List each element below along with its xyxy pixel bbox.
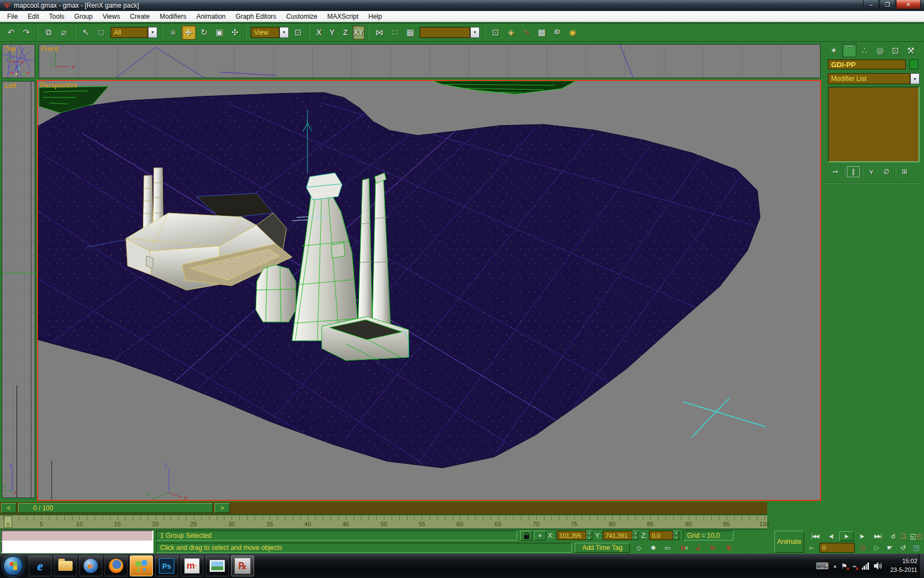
modifier-list-dropdown[interactable]: Modifier List ▼: [828, 73, 920, 84]
taskbar-media-player-icon[interactable]: ▶: [79, 555, 102, 576]
snap-3d-icon[interactable]: Ω3: [678, 543, 690, 553]
menu-animation[interactable]: Animation: [191, 12, 230, 21]
key-mode-icon[interactable]: ⟜: [806, 543, 817, 553]
select-link-icon[interactable]: ⧉: [41, 25, 56, 40]
unlink-icon[interactable]: ⧄: [57, 25, 71, 40]
time-configuration-icon[interactable]: ◷: [857, 543, 868, 553]
use-center-icon[interactable]: ⊡: [291, 25, 305, 40]
undo-icon[interactable]: ↶: [4, 25, 18, 40]
x-spinner[interactable]: ▲▼: [586, 531, 592, 540]
next-frame-button[interactable]: >: [215, 503, 230, 513]
menu-modifiers[interactable]: Modifiers: [155, 12, 191, 21]
select-by-name-icon[interactable]: ≡: [166, 25, 180, 40]
object-color-swatch[interactable]: [909, 59, 919, 69]
viewport-front[interactable]: Front Z V ✗: [38, 44, 821, 78]
taskbar-firefox-icon[interactable]: [105, 555, 128, 576]
volume-icon[interactable]: [874, 562, 883, 570]
zoom-icon[interactable]: ☌: [888, 531, 899, 541]
restore-button[interactable]: ❐: [879, 0, 895, 9]
taskbar-messenger-icon[interactable]: [130, 555, 153, 576]
tab-hierarchy-icon[interactable]: ∴: [857, 43, 872, 57]
action-center-icon[interactable]: ⚑: [841, 562, 848, 570]
percent-snap-icon[interactable]: %: [706, 543, 719, 553]
menu-graph-editors[interactable]: Graph Editors: [230, 12, 281, 21]
viewport-perspective[interactable]: Perspective: [37, 80, 821, 501]
y-spinner[interactable]: ▲▼: [632, 531, 639, 540]
taskbar-renx-gmax-icon[interactable]: ℞: [231, 555, 254, 576]
close-button[interactable]: ✕: [896, 0, 921, 9]
pan-icon[interactable]: ☛: [884, 543, 895, 553]
taskbar-windows-explorer-icon[interactable]: [54, 555, 77, 576]
spinner-snap-icon[interactable]: ⇅: [722, 543, 735, 553]
min-max-toggle-icon[interactable]: ◳: [911, 543, 922, 553]
signal-strength-icon[interactable]: [862, 563, 869, 570]
arc-rotate-icon[interactable]: ↺: [898, 543, 909, 553]
named-selection-dropdown[interactable]: ▼: [420, 27, 480, 38]
go-to-end-icon[interactable]: ▶▶|: [870, 531, 886, 541]
show-desktop-button[interactable]: [919, 554, 924, 578]
keyboard-layout-icon[interactable]: ⌨: [816, 561, 829, 571]
menu-group[interactable]: Group: [69, 12, 97, 21]
start-button[interactable]: [3, 556, 23, 576]
chevron-down-icon[interactable]: ▼: [910, 73, 920, 84]
maxscript-listener-macro[interactable]: [1, 530, 153, 542]
field-of-view-icon[interactable]: ▷: [871, 543, 882, 553]
restrict-x-button[interactable]: X: [313, 25, 325, 40]
menu-create[interactable]: Create: [125, 12, 155, 21]
z-coordinate-field[interactable]: 0,0: [649, 531, 673, 540]
viewport-top[interactable]: Top ✗ Z: [2, 44, 35, 78]
go-to-start-icon[interactable]: |◀◀: [807, 531, 823, 541]
menu-help[interactable]: Help: [364, 12, 387, 21]
mirror-icon[interactable]: ⋈: [372, 25, 387, 40]
scale-icon[interactable]: ▣: [212, 25, 227, 40]
restrict-z-button[interactable]: Z: [339, 25, 351, 40]
select-object-icon[interactable]: ↖: [79, 25, 93, 40]
rotate-icon[interactable]: ↻: [197, 25, 211, 40]
tab-create-icon[interactable]: ✶: [827, 43, 841, 57]
z-spinner[interactable]: ▲▼: [673, 531, 679, 540]
modifier-stack[interactable]: [828, 86, 920, 162]
menu-tools[interactable]: Tools: [44, 12, 69, 21]
draft-mode-icon[interactable]: ◇: [632, 543, 645, 553]
timeline-position-handle[interactable]: 0: [4, 516, 12, 528]
selection-filter-dropdown[interactable]: All ▼: [111, 27, 157, 38]
current-frame-field[interactable]: 0: [820, 543, 855, 553]
chevron-down-icon[interactable]: ▼: [148, 27, 157, 38]
make-unique-icon[interactable]: ⋎: [865, 166, 878, 177]
menu-edit[interactable]: Edit: [23, 12, 44, 21]
menu-customize[interactable]: Customize: [281, 12, 322, 21]
time-slider-handle[interactable]: 0 / 100: [18, 503, 213, 513]
menu-file[interactable]: File: [2, 12, 23, 21]
tab-motion-icon[interactable]: ◎: [873, 43, 887, 57]
track-mode-icon[interactable]: ✱: [647, 543, 659, 553]
menu-maxscript[interactable]: MAXScript: [322, 12, 364, 21]
material-id-icon[interactable]: ID: [550, 25, 564, 40]
chevron-down-icon[interactable]: ▼: [470, 27, 480, 38]
add-time-tag-button[interactable]: Add Time Tag: [575, 543, 630, 553]
tab-display-icon[interactable]: ⊡: [888, 43, 903, 57]
crossing-mode-icon[interactable]: ▭: [661, 543, 674, 553]
material-editor-icon[interactable]: ◈: [504, 25, 518, 40]
minimize-button[interactable]: –: [863, 0, 879, 9]
show-hidden-icons[interactable]: ▴: [834, 563, 837, 569]
angle-snap-icon[interactable]: ∠: [692, 543, 705, 553]
taskbar-internet-explorer-icon[interactable]: e: [29, 555, 52, 576]
zoom-extents-all-icon[interactable]: ◰: [914, 531, 924, 541]
object-name-field[interactable]: GDI-PP: [828, 59, 906, 69]
viewport-left[interactable]: Left Z Y ✗: [2, 81, 35, 498]
configure-modifier-sets-icon[interactable]: ⊞: [898, 166, 911, 177]
animate-button[interactable]: Animate: [774, 531, 804, 553]
taskbar-photoshop-icon[interactable]: Ps: [155, 555, 178, 576]
taskbar-clock[interactable]: 15:02 23-5-2011: [890, 557, 917, 575]
tab-utilities-icon[interactable]: ⚒: [904, 43, 918, 57]
move-icon[interactable]: ✛: [182, 25, 196, 40]
taskbar-photo-viewer-icon[interactable]: [206, 555, 229, 576]
taskbar-mirc-icon[interactable]: m•: [180, 555, 204, 576]
selection-sets-icon[interactable]: ⊡: [488, 25, 503, 40]
reference-coordinate-dropdown[interactable]: View ▼: [251, 27, 289, 38]
zoom-all-icon[interactable]: ❏: [898, 531, 909, 541]
manipulate-icon[interactable]: ✣: [228, 25, 242, 40]
play-icon[interactable]: ▶: [839, 531, 854, 541]
restrict-xy-button[interactable]: XY: [353, 25, 365, 40]
previous-frame-icon[interactable]: ◀|: [825, 531, 837, 541]
